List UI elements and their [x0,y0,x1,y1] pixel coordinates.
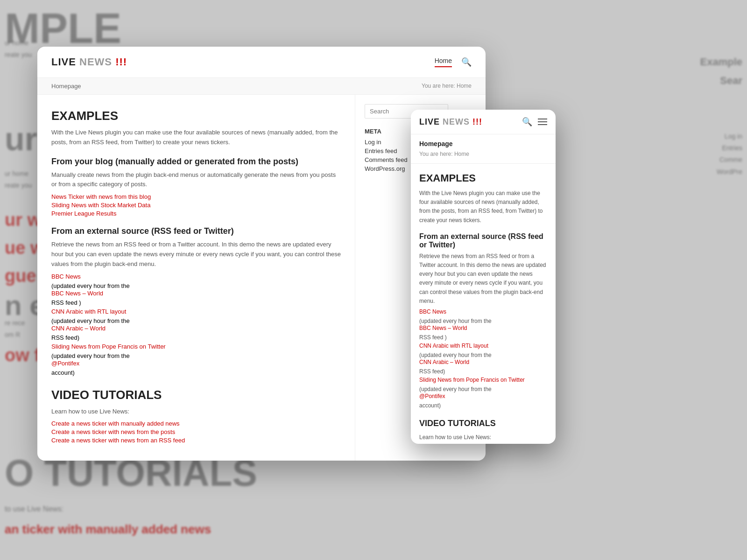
external-description: Retrieve the news from an RSS feed or fr… [51,240,341,269]
bbc-news-link[interactable]: BBC News [51,273,341,280]
small-modal-header: LIVE NEWS !!! 🔍 [411,110,556,134]
large-modal-header: LIVE NEWS !!! Home 🔍 [37,47,486,78]
small-homepage-label: Homepage [419,140,547,147]
small-video-intro: Learn how to use Live News: [419,433,547,442]
video-link-3[interactable]: Create a news ticker with news from an R… [51,437,341,444]
breadcrumb-homepage: Homepage [51,83,81,90]
breadcrumb-bar: Homepage You are here: Home [37,78,486,95]
small-modal: LIVE NEWS !!! 🔍 Homepage You are here: H… [411,110,556,444]
examples-intro: With the Live News plugin you can make u… [51,128,341,147]
main-content-area: EXAMPLES With the Live News plugin you c… [37,95,355,461]
cnn-world-link[interactable]: CNN Arabic – World [51,325,341,332]
video-link-2[interactable]: Create a news ticker with news from the … [51,428,341,435]
small-modal-body: EXAMPLES With the Live News plugin you c… [411,164,556,444]
small-search-button[interactable]: 🔍 [522,117,532,127]
hamburger-menu-button[interactable] [538,119,547,125]
home-nav-link[interactable]: Home [435,57,452,67]
small-pontifex-link[interactable]: @Pontifex [419,393,547,399]
small-external-description: Retrieve the news from an RSS feed or fr… [419,252,547,306]
bbc-world-link[interactable]: BBC News – World [51,290,341,297]
video-link-1[interactable]: Create a news ticker with manually added… [51,420,341,427]
examples-title: EXAMPLES [51,109,341,123]
small-pope-link[interactable]: Sliding News from Pope Francis on Twitte… [419,377,547,383]
small-header-icons: 🔍 [522,117,547,127]
external-links: BBC News (updated every hour from the BB… [51,273,341,377]
large-modal-logo: LIVE NEWS !!! [51,56,127,68]
you-are-here: You are here: Home [422,83,472,89]
small-external-links: BBC News (updated every hour from the BB… [419,308,547,409]
pope-francis-link[interactable]: Sliding News from Pope Francis on Twitte… [51,343,341,350]
small-cnn-link[interactable]: CNN Arabic with RTL layout [419,343,547,349]
blog-description: Manually create news from the plugin bac… [51,170,341,190]
small-cnn-world-link[interactable]: CNN Arabic – World [419,359,547,365]
small-you-are-here: You are here: Home [419,151,469,157]
small-bbc-row: BBC News (updated every hour from the BB… [419,308,547,341]
blog-links: News Ticker with news from this blog Sli… [51,193,341,217]
small-bbc-link[interactable]: BBC News [419,308,547,315]
small-cnn-row: CNN Arabic with RTL layout (updated ever… [419,343,547,375]
blog-link-3[interactable]: Premier League Results [51,210,341,217]
small-bbc-world-link[interactable]: BBC News – World [419,325,547,331]
external-link-row-1: BBC News (updated every hour from the BB… [51,273,341,307]
small-examples-intro: With the Live News plugin you can make u… [419,189,547,225]
small-modal-logo: LIVE NEWS !!! [419,117,482,127]
small-pope-row: Sliding News from Pope Francis on Twitte… [419,377,547,409]
large-modal-nav: Home 🔍 [435,57,472,67]
small-video-title: VIDEO TUTORIALS [419,419,547,428]
blog-link-1[interactable]: News Ticker with news from this blog [51,193,341,200]
external-link-row-2: CNN Arabic with RTL layout (updated ever… [51,308,341,342]
search-icon-button[interactable]: 🔍 [461,57,472,67]
blog-section-title: From your blog (manually added or genera… [51,157,341,167]
external-section-title: From an external source (RSS feed or Twi… [51,226,341,236]
blog-link-2[interactable]: Sliding News with Stock Market Data [51,202,341,209]
video-intro: Learn how to use Live News: [51,407,341,417]
small-examples-title: EXAMPLES [419,172,547,184]
cnn-arabic-link[interactable]: CNN Arabic with RTL layout [51,308,341,315]
pontifex-link[interactable]: @Pontifex [51,360,341,367]
video-links: Create a news ticker with manually added… [51,420,341,444]
small-modal-nav: Homepage You are here: Home [411,134,556,164]
small-external-title: From an external source (RSS feed or Twi… [419,232,547,249]
external-link-row-3: Sliding News from Pope Francis on Twitte… [51,343,341,377]
video-title: VIDEO TUTORIALS [51,388,341,402]
